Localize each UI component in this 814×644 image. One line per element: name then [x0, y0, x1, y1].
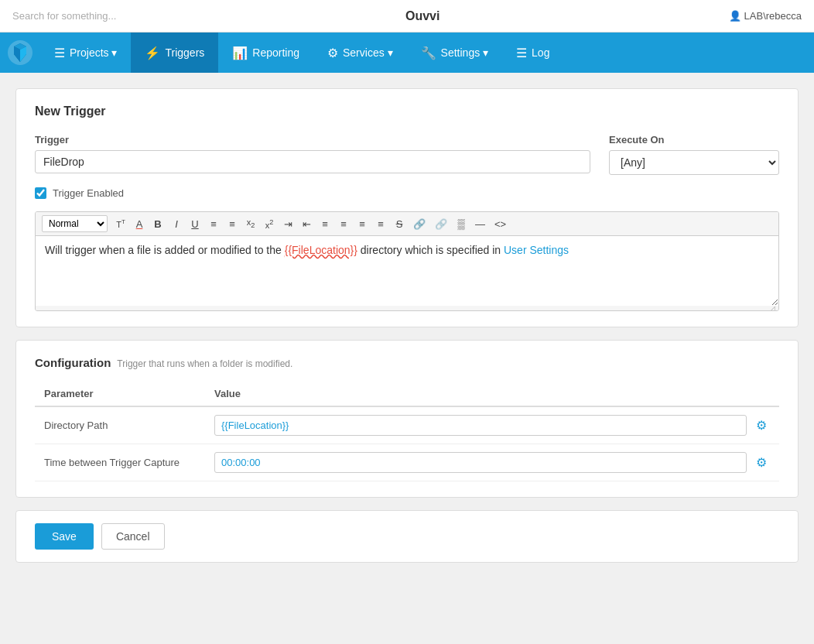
param-value-input-0[interactable] — [214, 415, 747, 436]
toolbar-subscript-btn[interactable]: x2 — [242, 216, 259, 231]
config-subtitle: Trigger that runs when a folder is modif… — [117, 358, 292, 369]
save-button[interactable]: Save — [35, 523, 94, 550]
footer-card: Save Cancel — [15, 510, 799, 563]
log-icon: ☰ — [516, 46, 527, 60]
nav-item-projects[interactable]: ☰ Projects ▾ — [40, 33, 131, 73]
param-name-0: Directory Path — [35, 406, 205, 444]
param-gear-button-0[interactable]: ⚙ — [753, 416, 770, 434]
toolbar-strikethrough-btn[interactable]: S — [391, 217, 408, 231]
toolbar-underline-btn[interactable]: U — [186, 217, 204, 231]
col-value: Value — [205, 382, 779, 406]
triggers-icon: ⚡ — [145, 46, 160, 60]
trigger-enabled-checkbox[interactable] — [35, 187, 46, 199]
param-value-cell-0: ⚙ — [205, 406, 779, 444]
toolbar-superscript-btn[interactable]: x2 — [261, 217, 278, 231]
rich-text-editor: Normal Heading 1 Heading 2 Heading 3 TT … — [35, 211, 779, 311]
services-icon: ⚙ — [327, 46, 338, 60]
toolbar-hr-btn[interactable]: ― — [471, 217, 489, 231]
trigger-group: Trigger — [35, 134, 590, 175]
execute-on-select[interactable]: [Any] — [609, 150, 779, 175]
nav-label-projects: Projects ▾ — [70, 46, 117, 59]
projects-icon: ☰ — [54, 46, 65, 60]
execute-on-label: Execute On — [609, 134, 779, 146]
param-value-cell-1: ⚙ — [205, 444, 779, 481]
param-value-input-1[interactable] — [214, 452, 747, 473]
toolbar-indent-btn[interactable]: ⇥ — [279, 217, 296, 231]
format-select[interactable]: Normal Heading 1 Heading 2 Heading 3 — [42, 215, 108, 232]
editor-body[interactable]: Will trigger when a file is added or mod… — [36, 236, 778, 306]
brand-name: Ouvvi — [405, 9, 439, 23]
nav-label-services: Services ▾ — [343, 46, 393, 59]
settings-icon: 🔧 — [421, 46, 436, 60]
toolbar-align-justify-btn[interactable]: ≡ — [372, 217, 389, 231]
toolbar-bold-btn[interactable]: B — [149, 217, 166, 231]
table-row: Time between Trigger Capture⚙ — [35, 444, 779, 481]
table-row: Directory Path⚙ — [35, 406, 779, 444]
trigger-enabled-row: Trigger Enabled — [35, 187, 779, 199]
cancel-button[interactable]: Cancel — [101, 523, 165, 550]
trigger-enabled-label: Trigger Enabled — [53, 187, 124, 199]
toolbar-align-center-btn[interactable]: ≡ — [335, 217, 352, 231]
nav-label-triggers: Triggers — [165, 46, 204, 59]
toolbar-code-btn[interactable]: <> — [491, 217, 510, 231]
configuration-card: Configuration Trigger that runs when a f… — [15, 340, 799, 498]
editor-resize-handle[interactable]: ◿ — [36, 306, 778, 310]
user-settings-link: User Settings — [504, 244, 569, 256]
toolbar-ordered-list-btn[interactable]: ≡ — [205, 217, 222, 231]
nav-item-triggers[interactable]: ⚡ Triggers — [131, 33, 218, 73]
toolbar-link-btn[interactable]: 🔗 — [409, 217, 429, 231]
trigger-input[interactable] — [35, 150, 590, 173]
nav-item-log[interactable]: ☰ Log — [502, 33, 563, 73]
nav-label-settings: Settings ▾ — [441, 46, 488, 59]
toolbar-unlink-btn[interactable]: 🔗 — [431, 217, 451, 231]
file-location-token: {{FileLocation}} — [285, 244, 357, 256]
toolbar-highlight-btn[interactable]: ▒ — [453, 217, 470, 231]
main-content: New Trigger Trigger Execute On [Any] Tri… — [0, 73, 814, 578]
toolbar-font-color-btn[interactable]: A — [131, 217, 148, 231]
toolbar-outdent-btn[interactable]: ⇤ — [298, 217, 315, 231]
nav-label-log: Log — [532, 46, 549, 59]
nav-bar: ☰ Projects ▾ ⚡ Triggers 📊 Reporting ⚙ Se… — [0, 33, 814, 73]
nav-item-settings[interactable]: 🔧 Settings ▾ — [407, 33, 502, 73]
nav-label-reporting: Reporting — [252, 46, 299, 59]
toolbar-align-left-btn[interactable]: ≡ — [316, 217, 333, 231]
toolbar-font-size-btn[interactable]: TT — [112, 217, 129, 231]
table-header-row: Parameter Value — [35, 382, 779, 406]
toolbar-align-right-btn[interactable]: ≡ — [354, 217, 371, 231]
table-body: Directory Path⚙Time between Trigger Capt… — [35, 406, 779, 481]
page-title: New Trigger — [35, 104, 779, 118]
editor-toolbar: Normal Heading 1 Heading 2 Heading 3 TT … — [36, 212, 778, 236]
param-gear-button-1[interactable]: ⚙ — [753, 454, 770, 471]
col-parameter: Parameter — [35, 382, 205, 406]
nav-item-services[interactable]: ⚙ Services ▾ — [313, 33, 407, 73]
param-name-1: Time between Trigger Capture — [35, 444, 205, 481]
nav-logo — [0, 33, 40, 73]
top-bar: Search for something... Ouvvi LAB\rebecc… — [0, 0, 814, 33]
reporting-icon: 📊 — [232, 46, 248, 60]
search-input-placeholder[interactable]: Search for something... — [12, 10, 116, 22]
trigger-label: Trigger — [35, 134, 590, 146]
toolbar-italic-btn[interactable]: I — [168, 217, 185, 231]
new-trigger-card: New Trigger Trigger Execute On [Any] Tri… — [15, 88, 799, 327]
nav-item-reporting[interactable]: 📊 Reporting — [218, 33, 313, 73]
trigger-form-row: Trigger Execute On [Any] — [35, 134, 779, 175]
user-info: LAB\rebecca — [729, 10, 802, 22]
config-title: Configuration — [35, 356, 111, 369]
parameter-table: Parameter Value Directory Path⚙Time betw… — [35, 382, 779, 481]
execute-on-group: Execute On [Any] — [609, 134, 779, 175]
config-header: Configuration Trigger that runs when a f… — [35, 356, 779, 369]
table-header: Parameter Value — [35, 382, 779, 406]
toolbar-unordered-list-btn[interactable]: ≡ — [224, 217, 241, 231]
